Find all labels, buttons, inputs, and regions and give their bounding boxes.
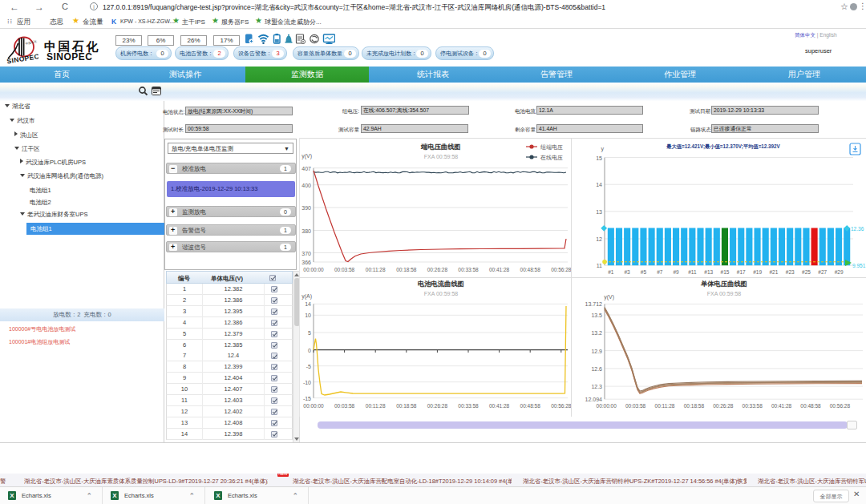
svg-text:最大值=12.421V;最小值=12.370V;平均值=12: 最大值=12.421V;最小值=12.370V;平均值=12.392V bbox=[666, 143, 780, 150]
svg-text:00:03:58: 00:03:58 bbox=[334, 403, 355, 409]
svg-text:y: y bbox=[601, 146, 605, 152]
svg-text:00:33:58: 00:33:58 bbox=[743, 403, 763, 409]
svg-text:#25: #25 bbox=[802, 269, 811, 275]
svg-text:00:26:28: 00:26:28 bbox=[427, 267, 448, 272]
svg-text:#27: #27 bbox=[818, 269, 827, 275]
svg-text:-5: -5 bbox=[306, 364, 311, 369]
svg-text:00:26:28: 00:26:28 bbox=[713, 403, 734, 409]
svg-text:12: 12 bbox=[596, 236, 602, 242]
svg-text:#11: #11 bbox=[688, 269, 697, 275]
svg-text:370: 370 bbox=[301, 251, 311, 256]
svg-text:407: 407 bbox=[301, 166, 311, 171]
svg-text:00:00:00: 00:00:00 bbox=[303, 403, 324, 409]
svg-text:00:33:58: 00:33:58 bbox=[458, 403, 479, 409]
svg-text:00:48:58: 00:48:58 bbox=[800, 403, 821, 409]
svg-text:y(V): y(V) bbox=[301, 153, 312, 159]
svg-text:组端电压: 组端电压 bbox=[540, 144, 563, 150]
svg-text:14: 14 bbox=[305, 301, 311, 307]
svg-text:#15: #15 bbox=[721, 269, 730, 275]
svg-text:#13: #13 bbox=[704, 269, 713, 275]
svg-text:#17: #17 bbox=[737, 269, 746, 275]
svg-text:端电压曲线图: 端电压曲线图 bbox=[420, 143, 461, 151]
svg-text:#1: #1 bbox=[608, 269, 614, 275]
svg-text:13.5: 13.5 bbox=[591, 312, 602, 318]
svg-text:00:41:28: 00:41:28 bbox=[489, 403, 510, 409]
svg-text:y(V): y(V) bbox=[604, 294, 614, 300]
svg-text:00:26:28: 00:26:28 bbox=[427, 403, 448, 409]
svg-text:00:03:58: 00:03:58 bbox=[334, 267, 355, 272]
svg-text:-15: -15 bbox=[303, 396, 311, 401]
svg-text:00:41:28: 00:41:28 bbox=[771, 403, 792, 409]
svg-text:00:48:58: 00:48:58 bbox=[520, 403, 541, 409]
svg-text:#23: #23 bbox=[786, 269, 795, 275]
svg-text:00:03:58: 00:03:58 bbox=[625, 403, 646, 409]
svg-text:11: 11 bbox=[597, 263, 602, 268]
svg-text:00:00:00: 00:00:00 bbox=[597, 403, 617, 409]
svg-text:00:18:58: 00:18:58 bbox=[684, 403, 705, 409]
svg-text:#7: #7 bbox=[657, 269, 663, 275]
svg-text:FXA 00:59:58: FXA 00:59:58 bbox=[707, 291, 742, 296]
svg-text:13: 13 bbox=[596, 209, 602, 215]
svg-text:电池电流曲线图: 电池电流曲线图 bbox=[418, 280, 464, 288]
svg-text:在线电压: 在线电压 bbox=[540, 155, 563, 160]
svg-text:13.712: 13.712 bbox=[585, 301, 603, 307]
svg-text:00:41:28: 00:41:28 bbox=[489, 267, 510, 272]
svg-text:00:33:58: 00:33:58 bbox=[458, 267, 479, 272]
svg-text:12.36: 12.36 bbox=[851, 226, 864, 232]
svg-text:00:11:28: 00:11:28 bbox=[655, 403, 675, 409]
svg-text:00:56:28: 00:56:28 bbox=[830, 403, 851, 409]
svg-text:00:18:58: 00:18:58 bbox=[396, 403, 417, 409]
svg-text:12.9: 12.9 bbox=[591, 349, 602, 354]
svg-text:00:48:58: 00:48:58 bbox=[520, 267, 541, 272]
svg-text:390: 390 bbox=[301, 205, 311, 211]
svg-text:400: 400 bbox=[301, 183, 311, 188]
svg-text:-10: -10 bbox=[303, 380, 311, 385]
svg-text:12.094: 12.094 bbox=[585, 397, 603, 402]
svg-text:单体电压曲线图: 单体电压曲线图 bbox=[700, 280, 747, 288]
svg-text:00:56:28: 00:56:28 bbox=[551, 403, 571, 409]
svg-text:#9: #9 bbox=[673, 269, 679, 275]
svg-text:380: 380 bbox=[301, 228, 311, 234]
svg-text:FXA 00:59:58: FXA 00:59:58 bbox=[424, 291, 459, 296]
svg-text:13.2: 13.2 bbox=[591, 330, 602, 336]
svg-text:12.6: 12.6 bbox=[591, 366, 602, 372]
svg-text:00:56:28: 00:56:28 bbox=[551, 267, 571, 272]
svg-text:00:18:58: 00:18:58 bbox=[396, 267, 417, 272]
svg-text:#29: #29 bbox=[835, 269, 844, 275]
svg-text:5: 5 bbox=[308, 330, 311, 336]
svg-text:366: 366 bbox=[301, 260, 311, 265]
svg-text:00:00:00: 00:00:00 bbox=[303, 267, 324, 272]
svg-text:00:11:28: 00:11:28 bbox=[366, 267, 386, 272]
svg-text:0: 0 bbox=[308, 348, 311, 353]
svg-text:#19: #19 bbox=[753, 269, 762, 275]
svg-text:y(A): y(A) bbox=[301, 293, 312, 300]
svg-text:#5: #5 bbox=[641, 269, 647, 275]
svg-text:#21: #21 bbox=[769, 269, 778, 275]
svg-text:#3: #3 bbox=[624, 269, 630, 275]
svg-text:9.951: 9.951 bbox=[852, 263, 866, 268]
svg-text:10: 10 bbox=[305, 312, 311, 318]
svg-text:FXA 00:59:58: FXA 00:59:58 bbox=[424, 154, 459, 159]
svg-text:14: 14 bbox=[596, 182, 602, 187]
svg-text:00:11:28: 00:11:28 bbox=[366, 403, 386, 409]
svg-text:15: 15 bbox=[596, 155, 602, 161]
svg-text:12.3: 12.3 bbox=[591, 384, 602, 389]
